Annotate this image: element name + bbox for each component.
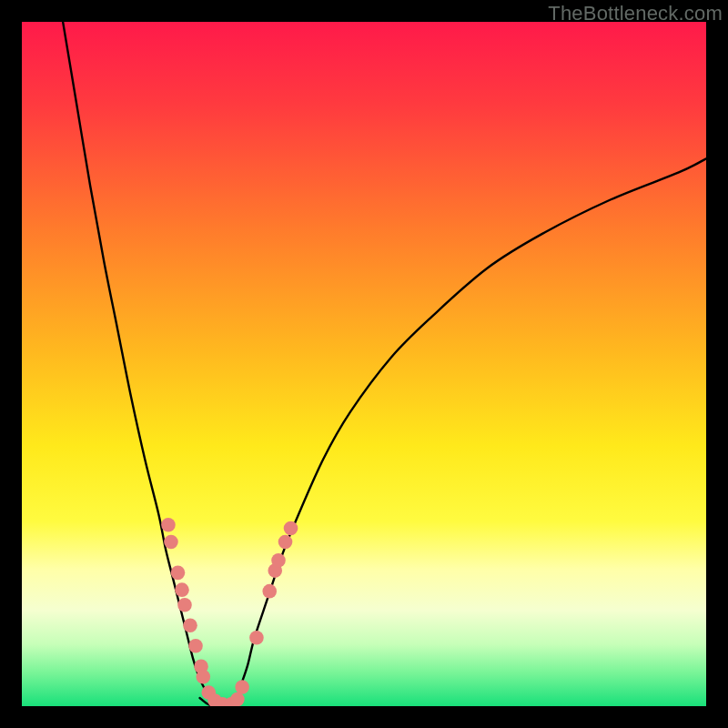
marker-dot [171,566,186,581]
bottleneck-chart [22,22,706,706]
marker-dot [284,521,298,536]
marker-dot [230,693,245,706]
plot-frame [22,22,706,706]
marker-dot [175,582,189,597]
marker-dot [271,553,286,568]
watermark-text: TheBottleneck.com [548,2,723,25]
marker-dot [262,584,277,599]
marker-dot [196,670,210,684]
marker-dot [235,680,249,694]
marker-dot [249,631,264,645]
marker-dot [278,535,293,550]
marker-dot [177,598,192,612]
marker-dot [183,618,197,632]
marker-dot [161,518,176,532]
marker-dot [188,639,203,653]
marker-dot [164,535,178,550]
